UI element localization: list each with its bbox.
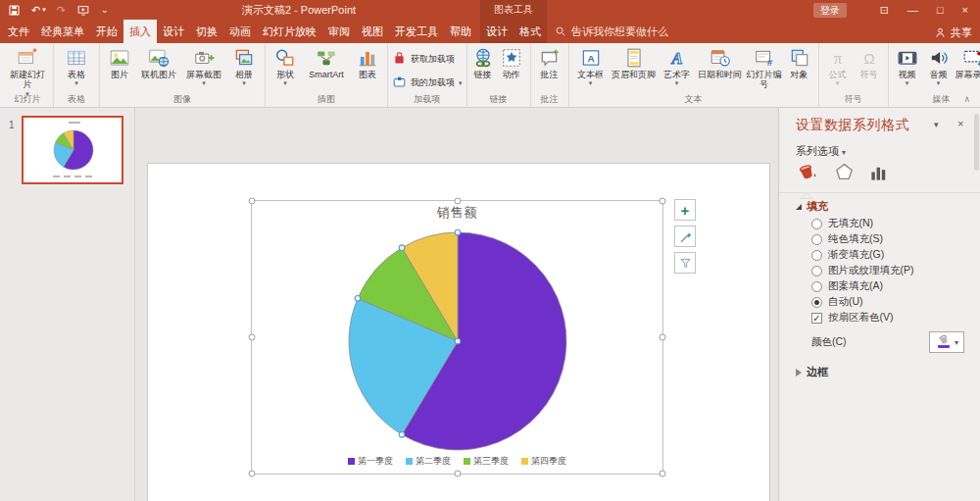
option-gradient-fill[interactable]: 渐变填充(G) bbox=[811, 247, 914, 263]
border-section-header[interactable]: 边框 bbox=[796, 365, 828, 379]
series-options-tab-icon[interactable] bbox=[869, 164, 888, 184]
resize-handle-sw[interactable] bbox=[249, 471, 256, 477]
slide-number-button[interactable]: # 幻灯片编号 bbox=[746, 46, 783, 90]
header-footer-button[interactable]: 页眉和页脚 bbox=[611, 46, 658, 79]
online-pictures-button[interactable]: 联机图片 bbox=[137, 46, 180, 79]
tab-transitions[interactable]: 切换 bbox=[190, 20, 223, 43]
data-point-handle-center[interactable] bbox=[455, 338, 461, 344]
option-picture-texture-fill[interactable]: 图片或纹理填充(P) bbox=[811, 263, 914, 278]
tab-review[interactable]: 审阅 bbox=[322, 20, 356, 43]
chart-tools-contextual-group: 图表工具 设计 格式 bbox=[480, 0, 547, 43]
wordart-button[interactable]: A 艺术字 bbox=[660, 46, 695, 86]
tab-view[interactable]: 视图 bbox=[356, 20, 389, 43]
date-time-button[interactable]: 日期和时间 bbox=[697, 46, 744, 79]
slide-thumbnail-1[interactable] bbox=[22, 116, 123, 184]
new-slide-button[interactable]: 新建幻灯片 bbox=[6, 46, 49, 97]
fill-color-button[interactable]: ▾ bbox=[929, 331, 964, 353]
start-slideshow-icon[interactable] bbox=[76, 4, 90, 17]
pie-chart[interactable] bbox=[252, 201, 664, 476]
slide-surface[interactable]: 销售额 第一季度 第二季度 第三季度 第四季度 + bbox=[147, 163, 770, 501]
chart-elements-button[interactable]: + bbox=[674, 199, 696, 221]
shapes-button[interactable]: 形状 bbox=[270, 46, 301, 86]
fill-section-header[interactable]: 填充 bbox=[796, 199, 828, 214]
sign-in-button[interactable]: 登录 bbox=[813, 3, 847, 18]
get-addins-button[interactable]: 获取加载项 bbox=[392, 51, 463, 68]
resize-handle-e[interactable] bbox=[660, 334, 666, 341]
option-automatic-fill[interactable]: 自动(U) bbox=[811, 294, 914, 310]
scrollbar-thumb[interactable] bbox=[974, 114, 979, 171]
chart-legend[interactable]: 第一季度 第二季度 第三季度 第四季度 bbox=[252, 455, 662, 468]
link-button[interactable]: 链接 bbox=[471, 46, 495, 79]
my-addins-button[interactable]: 我的加载项 ▾ bbox=[392, 75, 463, 91]
close-icon[interactable]: × bbox=[962, 4, 968, 16]
collapse-ribbon-icon[interactable]: ∧ bbox=[963, 94, 970, 104]
resize-handle-w[interactable] bbox=[249, 334, 256, 341]
chart-button[interactable]: 图表 bbox=[352, 46, 383, 79]
data-point-handle[interactable] bbox=[455, 229, 461, 235]
pane-close-icon[interactable]: × bbox=[957, 118, 963, 129]
radio-icon bbox=[811, 281, 822, 292]
ribbon-display-options-icon[interactable]: ⊡ bbox=[880, 4, 889, 17]
tell-me-search[interactable]: 告诉我你想要做什么 bbox=[555, 22, 668, 41]
photo-album-button[interactable]: 相册 bbox=[227, 46, 261, 86]
legend-item-q2[interactable]: 第二季度 bbox=[406, 455, 451, 468]
table-button[interactable]: 表格 bbox=[58, 46, 95, 86]
tab-slideshow[interactable]: 幻灯片放映 bbox=[257, 20, 322, 43]
pane-dropdown-icon[interactable]: ▾ bbox=[934, 120, 939, 129]
option-pattern-fill[interactable]: 图案填充(A) bbox=[811, 278, 914, 294]
chart-styles-button[interactable] bbox=[674, 225, 696, 247]
save-icon[interactable] bbox=[8, 4, 21, 17]
textbox-button[interactable]: A 文本框 bbox=[573, 46, 609, 86]
maximize-icon[interactable]: □ bbox=[937, 4, 944, 16]
paintbrush-icon bbox=[678, 229, 693, 244]
chart-object-frame[interactable]: 销售额 第一季度 第二季度 第三季度 第四季度 + bbox=[251, 200, 663, 475]
vary-colors-checkbox[interactable]: ✓按扇区着色(V) bbox=[811, 310, 914, 326]
legend-item-q3[interactable]: 第三季度 bbox=[464, 455, 509, 468]
tab-file[interactable]: 文件 bbox=[2, 20, 35, 43]
undo-icon[interactable]: ↶▾ bbox=[31, 4, 46, 17]
symbol-icon: Ω bbox=[858, 47, 880, 69]
pictures-button[interactable]: 图片 bbox=[104, 46, 135, 79]
screenshot-button[interactable]: 屏幕截图 bbox=[182, 46, 225, 86]
qat-customize-icon[interactable]: ⌄ bbox=[101, 5, 109, 15]
resize-handle-ne[interactable] bbox=[660, 198, 666, 205]
option-no-fill[interactable]: 无填充(N) bbox=[811, 216, 914, 231]
document-title: 演示文稿2 - PowerPoint bbox=[186, 0, 412, 20]
legend-item-q1[interactable]: 第一季度 bbox=[348, 455, 393, 468]
comment-button[interactable]: 批注 bbox=[535, 46, 564, 79]
smartart-button[interactable]: SmartArt bbox=[303, 46, 350, 79]
tab-chart-design[interactable]: 设计 bbox=[486, 25, 508, 39]
data-point-handle[interactable] bbox=[399, 431, 405, 437]
screen-recording-button[interactable]: 屏幕录制 bbox=[956, 46, 980, 79]
action-button[interactable]: 动作 bbox=[497, 46, 526, 79]
svg-text:A: A bbox=[670, 49, 682, 68]
tab-chart-format[interactable]: 格式 bbox=[519, 25, 541, 39]
data-point-handle[interactable] bbox=[399, 245, 405, 251]
undo-dropdown-icon[interactable]: ▾ bbox=[42, 6, 46, 14]
option-solid-fill[interactable]: 纯色填充(S) bbox=[811, 231, 914, 247]
object-button[interactable]: 对象 bbox=[785, 46, 814, 79]
resize-handle-nw[interactable] bbox=[249, 198, 256, 205]
tab-help[interactable]: 帮助 bbox=[444, 20, 477, 43]
video-button[interactable]: 视频 bbox=[893, 46, 922, 86]
tab-insert[interactable]: 插入 bbox=[123, 20, 157, 43]
tab-developer[interactable]: 开发工具 bbox=[389, 20, 444, 43]
audio-button[interactable]: 音频 bbox=[924, 46, 954, 86]
series-options-selector[interactable]: 系列选项 ▾ bbox=[796, 144, 846, 159]
tab-design[interactable]: 设计 bbox=[157, 20, 190, 43]
pane-scrollbar[interactable] bbox=[973, 110, 979, 499]
svg-text:A: A bbox=[587, 53, 594, 64]
tab-home[interactable]: 开始 bbox=[90, 20, 123, 43]
chart-filters-button[interactable] bbox=[674, 252, 696, 274]
minimize-icon[interactable]: — bbox=[907, 4, 918, 16]
resize-handle-s[interactable] bbox=[454, 471, 461, 477]
effects-tab-icon[interactable] bbox=[834, 162, 855, 184]
resize-handle-n[interactable] bbox=[454, 198, 461, 205]
legend-item-q4[interactable]: 第四季度 bbox=[521, 455, 566, 468]
tab-animations[interactable]: 动画 bbox=[223, 20, 257, 43]
data-point-handle[interactable] bbox=[355, 296, 361, 302]
share-button[interactable]: 共享 bbox=[934, 22, 972, 43]
tab-classic-menu[interactable]: 经典菜单 bbox=[35, 20, 90, 43]
resize-handle-se[interactable] bbox=[660, 471, 666, 477]
fill-line-tab-icon[interactable] bbox=[796, 161, 819, 184]
